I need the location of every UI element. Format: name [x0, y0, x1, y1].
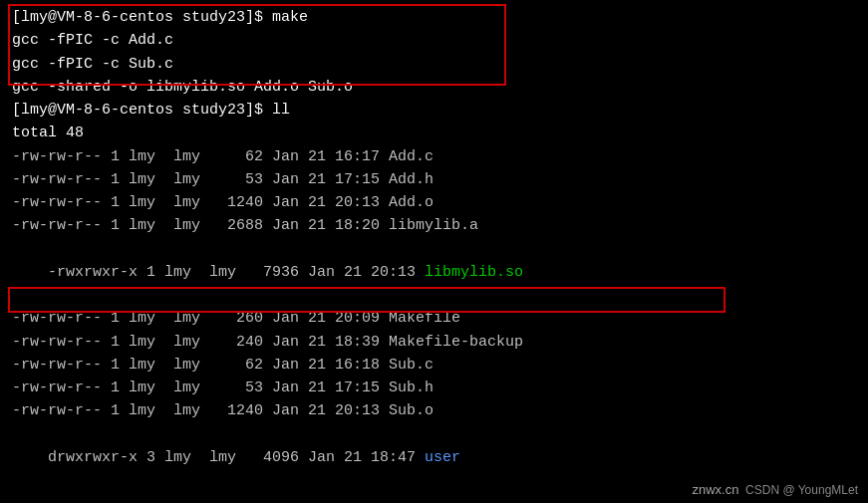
line-cmd-ll: [lmy@VM-8-6-centos study23]$ ll [12, 99, 856, 122]
line-makefile: -rw-rw-r-- 1 lmy lmy 260 Jan 21 20:09 Ma… [12, 307, 856, 330]
line-cmd-make: [lmy@VM-8-6-centos study23]$ make [12, 6, 856, 29]
terminal-window: [lmy@VM-8-6-centos study23]$ make gcc -f… [0, 0, 868, 498]
line-gcc3: gcc -shared -o libmylib.so Add.o Sub.o [12, 76, 856, 99]
user-dir-name: user [425, 449, 460, 466]
line-total: total 48 [12, 122, 856, 144]
line-libmylib-so: -rwxrwxr-x 1 lmy lmy 7936 Jan 21 20:13 l… [12, 238, 856, 308]
line-sub-o: -rw-rw-r-- 1 lmy lmy 1240 Jan 21 20:13 S… [12, 399, 856, 422]
line-gcc2: gcc -fPIC -c Sub.c [12, 53, 856, 76]
libmylib-so-prefix: -rwxrwxr-x 1 lmy lmy 7936 Jan 21 20:13 [48, 264, 425, 281]
line-libmylib-a: -rw-rw-r-- 1 lmy lmy 2688 Jan 21 18:20 l… [12, 214, 856, 237]
line-gcc1: gcc -fPIC -c Add.c [12, 29, 856, 52]
line-makefile-backup: -rw-rw-r-- 1 lmy lmy 240 Jan 21 18:39 Ma… [12, 331, 856, 354]
brand-text: znwx.cn [692, 482, 738, 497]
watermark-text: CSDN @ YoungMLet [745, 483, 858, 497]
user-dir-prefix: drwxrwxr-x 3 lmy lmy 4096 Jan 21 18:47 [48, 449, 425, 466]
line-sub-h: -rw-rw-r-- 1 lmy lmy 53 Jan 21 17:15 Sub… [12, 377, 856, 399]
line-add-c: -rw-rw-r-- 1 lmy lmy 62 Jan 21 16:17 Add… [12, 145, 856, 168]
watermark: znwx.cn CSDN @ YoungMLet [692, 482, 858, 497]
line-add-o: -rw-rw-r-- 1 lmy lmy 1240 Jan 21 20:13 A… [12, 191, 856, 214]
line-add-h: -rw-rw-r-- 1 lmy lmy 53 Jan 21 17:15 Add… [12, 168, 856, 191]
line-sub-c: -rw-rw-r-- 1 lmy lmy 62 Jan 21 16:18 Sub… [12, 354, 856, 377]
libmylib-so-name: libmylib.so [425, 264, 523, 281]
